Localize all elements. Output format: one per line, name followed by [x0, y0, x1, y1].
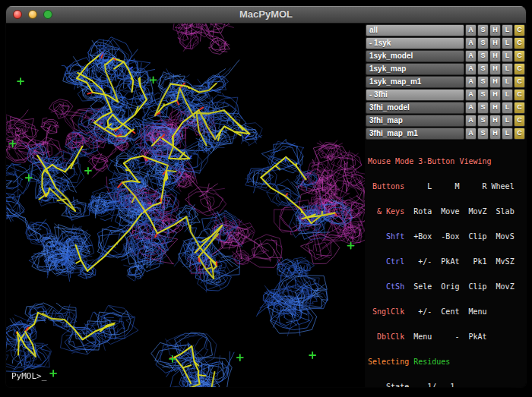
zoom-button[interactable]: [43, 10, 52, 19]
object-a-button[interactable]: A: [465, 128, 477, 140]
object-s-button[interactable]: S: [477, 37, 489, 49]
object-name-button[interactable]: 3fhi_map_m1: [366, 128, 464, 140]
object-row: 3fhi_modelASHLC: [365, 102, 526, 114]
object-l-button[interactable]: L: [502, 76, 513, 88]
mouse-row-snglclk: SnglClk +/- Cent Menu: [368, 307, 523, 316]
object-a-button[interactable]: A: [465, 24, 477, 36]
mouse-row-dblclk: DblClk Menu - PkAt: [368, 332, 523, 341]
window-title: MacPyMOL: [6, 6, 526, 23]
object-c-button[interactable]: C: [514, 128, 525, 140]
object-row: allASHLC: [365, 24, 526, 36]
object-h-button[interactable]: H: [489, 115, 501, 127]
object-l-button[interactable]: L: [502, 50, 513, 62]
mouse-mode-title[interactable]: Mouse Mode 3-Button Viewing: [368, 157, 523, 165]
close-button[interactable]: [13, 10, 22, 19]
mouse-panel: Mouse Mode 3-Button Viewing Buttons L M …: [365, 140, 526, 387]
object-h-button[interactable]: H: [489, 102, 501, 114]
object-row: 3fhi_map_m1ASHLC: [365, 128, 526, 140]
object-h-button[interactable]: H: [489, 89, 501, 101]
object-row: - 1sykASHLC: [365, 37, 526, 49]
object-l-button[interactable]: L: [502, 89, 513, 101]
object-s-button[interactable]: S: [477, 115, 489, 127]
object-h-button[interactable]: H: [489, 76, 501, 88]
object-list: allASHLC- 1sykASHLC1syk_modelASHLC1syk_m…: [365, 24, 526, 140]
object-row: 1syk_map_m1ASHLC: [365, 76, 526, 88]
object-l-button[interactable]: L: [502, 128, 513, 140]
object-s-button[interactable]: S: [477, 102, 489, 114]
macpymol-window: MacPyMOL PyMOL>_ allASHLC- 1sykASHLC1syk…: [6, 6, 526, 387]
state-indicator: State 1/ 1: [368, 383, 523, 387]
object-h-button[interactable]: H: [489, 24, 501, 36]
window-content: PyMOL>_ allASHLC- 1sykASHLC1syk_modelASH…: [6, 24, 526, 387]
object-a-button[interactable]: A: [465, 102, 477, 114]
mouse-row-keys: & Keys Rota Move MovZ Slab: [368, 207, 523, 216]
object-c-button[interactable]: C: [514, 24, 525, 36]
object-s-button[interactable]: S: [477, 128, 489, 140]
command-prompt-text: PyMOL>_: [11, 371, 46, 381]
object-h-button[interactable]: H: [489, 37, 501, 49]
object-s-button[interactable]: S: [477, 50, 489, 62]
object-a-button[interactable]: A: [465, 63, 477, 75]
object-h-button[interactable]: H: [489, 128, 501, 140]
mouse-row-ctrl: Ctrl +/- PkAt Pk1 MvSZ: [368, 257, 523, 266]
object-name-button[interactable]: 3fhi_map: [366, 115, 464, 127]
object-s-button[interactable]: S: [477, 76, 489, 88]
object-row: 3fhi_mapASHLC: [365, 115, 526, 127]
molecule-render-canvas[interactable]: [6, 24, 365, 387]
object-a-button[interactable]: A: [465, 89, 477, 101]
object-name-button[interactable]: 1syk_map: [366, 63, 464, 75]
object-l-button[interactable]: L: [502, 102, 513, 114]
object-a-button[interactable]: A: [465, 115, 477, 127]
object-l-button[interactable]: L: [502, 115, 513, 127]
object-a-button[interactable]: A: [465, 76, 477, 88]
object-c-button[interactable]: C: [514, 89, 525, 101]
object-h-button[interactable]: H: [489, 50, 501, 62]
object-name-button[interactable]: 1syk_model: [366, 50, 464, 62]
mouse-row-buttons: Buttons L M R Wheel: [368, 182, 523, 191]
minimize-button[interactable]: [28, 10, 37, 19]
mouse-row-ctsh: CtSh Sele Orig Clip MovZ: [368, 282, 523, 291]
object-c-button[interactable]: C: [514, 63, 525, 75]
object-row: 1syk_modelASHLC: [365, 50, 526, 62]
object-name-button[interactable]: 1syk_map_m1: [366, 76, 464, 88]
object-name-button[interactable]: all: [366, 24, 464, 36]
molecule-viewport[interactable]: PyMOL>_: [6, 24, 365, 387]
object-l-button[interactable]: L: [502, 63, 513, 75]
object-l-button[interactable]: L: [502, 37, 513, 49]
mouse-row-shft: Shft +Box -Box Clip MovS: [368, 232, 523, 241]
object-s-button[interactable]: S: [477, 89, 489, 101]
object-a-button[interactable]: A: [465, 37, 477, 49]
object-c-button[interactable]: C: [514, 76, 525, 88]
object-row: - 3fhiASHLC: [365, 89, 526, 101]
object-a-button[interactable]: A: [465, 50, 477, 62]
object-s-button[interactable]: S: [477, 63, 489, 75]
object-c-button[interactable]: C: [514, 102, 525, 114]
titlebar[interactable]: MacPyMOL: [6, 6, 526, 24]
side-panel: allASHLC- 1sykASHLC1syk_modelASHLC1syk_m…: [365, 24, 526, 387]
object-s-button[interactable]: S: [477, 24, 489, 36]
selecting-status[interactable]: Selecting Residues: [368, 358, 523, 366]
object-name-button[interactable]: - 1syk: [366, 37, 464, 49]
traffic-lights: [13, 10, 52, 19]
object-row: 1syk_mapASHLC: [365, 63, 526, 75]
object-c-button[interactable]: C: [514, 50, 525, 62]
object-l-button[interactable]: L: [502, 24, 513, 36]
command-prompt[interactable]: PyMOL>_: [11, 371, 46, 381]
object-name-button[interactable]: - 3fhi: [366, 89, 464, 101]
object-h-button[interactable]: H: [489, 63, 501, 75]
object-c-button[interactable]: C: [514, 115, 525, 127]
object-name-button[interactable]: 3fhi_model: [366, 102, 464, 114]
object-c-button[interactable]: C: [514, 37, 525, 49]
